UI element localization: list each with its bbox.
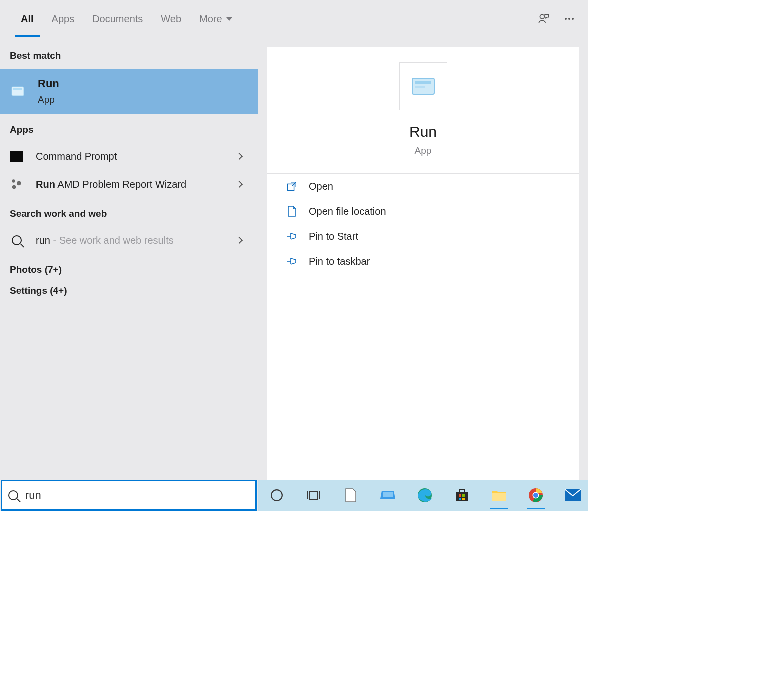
web-term: run xyxy=(36,235,50,246)
pin-icon xyxy=(286,256,298,268)
file-location-icon xyxy=(286,206,298,218)
task-edge[interactable] xyxy=(415,482,435,510)
taskbar xyxy=(258,480,588,511)
search-body: Best match Run App Apps Command Prompt xyxy=(0,38,588,480)
result-amd-wizard[interactable]: Run AMD Problem Report Wizard xyxy=(0,170,258,198)
svg-point-0 xyxy=(540,14,544,19)
detail-subtitle: App xyxy=(415,146,432,156)
best-match-subtitle: App xyxy=(38,94,60,106)
action-pin-to-start[interactable]: Pin to Start xyxy=(267,224,580,249)
search-box[interactable] xyxy=(1,480,257,511)
svg-point-2 xyxy=(568,18,570,20)
result-label-bold: Run xyxy=(36,179,56,190)
result-command-prompt[interactable]: Command Prompt xyxy=(0,142,258,170)
svg-point-8 xyxy=(12,186,16,190)
search-window: All Apps Documents Web More Best match xyxy=(0,0,588,480)
run-icon xyxy=(412,76,436,96)
svg-point-1 xyxy=(565,18,567,20)
svg-rect-25 xyxy=(492,494,506,501)
tabbar-right xyxy=(538,0,576,38)
run-icon xyxy=(10,84,26,100)
svg-rect-24 xyxy=(462,498,465,500)
svg-rect-10 xyxy=(416,82,432,84)
open-icon xyxy=(286,180,298,192)
task-settings-laptop[interactable] xyxy=(378,482,398,510)
svg-rect-22 xyxy=(462,494,465,497)
svg-point-6 xyxy=(12,180,16,183)
amd-icon xyxy=(10,178,24,192)
task-cortana[interactable] xyxy=(267,482,287,510)
result-label: Command Prompt xyxy=(36,151,117,162)
result-web-search[interactable]: run - See work and web results xyxy=(0,226,258,254)
svg-point-3 xyxy=(572,18,574,20)
svg-rect-20 xyxy=(460,490,464,493)
tab-more-label: More xyxy=(200,14,222,25)
tab-documents[interactable]: Documents xyxy=(84,14,152,25)
feedback-icon[interactable] xyxy=(538,12,550,26)
best-match-item[interactable]: Run App xyxy=(0,70,258,114)
ellipsis-icon[interactable] xyxy=(564,13,576,25)
task-mail[interactable] xyxy=(563,482,583,510)
tab-all[interactable]: All xyxy=(12,14,43,25)
results-pane: Best match Run App Apps Command Prompt xyxy=(0,38,258,480)
action-label: Open xyxy=(309,181,334,192)
svg-rect-21 xyxy=(459,494,462,497)
canvas-background xyxy=(0,511,784,680)
search-icon xyxy=(10,234,24,248)
task-taskview[interactable] xyxy=(304,482,324,510)
section-photos[interactable]: Photos (7+) xyxy=(0,254,258,282)
detail-pane: Run App Open Open file location xyxy=(267,48,580,480)
svg-point-7 xyxy=(17,182,22,186)
chevron-right-icon xyxy=(236,181,243,188)
section-settings[interactable]: Settings (4+) xyxy=(0,282,258,304)
search-input[interactable] xyxy=(26,489,250,502)
svg-point-28 xyxy=(534,493,538,498)
canvas-background-right xyxy=(588,0,784,511)
tab-more[interactable]: More xyxy=(190,14,242,25)
action-label: Open file location xyxy=(309,206,386,218)
svg-rect-5 xyxy=(14,88,22,90)
result-label: run - See work and web results xyxy=(36,235,174,246)
section-apps: Apps xyxy=(0,114,258,142)
svg-rect-11 xyxy=(416,86,426,88)
task-microsoft-store[interactable] xyxy=(452,482,472,510)
web-suffix: - See work and web results xyxy=(50,235,174,246)
caret-down-icon xyxy=(226,18,232,21)
best-match-text: Run App xyxy=(38,78,60,106)
tab-web[interactable]: Web xyxy=(152,14,190,25)
filter-tabbar: All Apps Documents Web More xyxy=(0,0,588,38)
detail-title: Run xyxy=(410,124,437,140)
svg-rect-19 xyxy=(456,492,468,502)
task-file-explorer[interactable] xyxy=(489,482,509,510)
detail-icon-box xyxy=(400,62,448,110)
svg-point-13 xyxy=(272,490,282,501)
action-open-file-location[interactable]: Open file location xyxy=(267,199,580,224)
tab-apps[interactable]: Apps xyxy=(43,14,84,25)
best-match-title: Run xyxy=(38,78,60,90)
action-label: Pin to Start xyxy=(309,231,358,242)
chevron-right-icon xyxy=(236,237,243,244)
search-icon xyxy=(8,490,18,500)
action-open[interactable]: Open xyxy=(267,174,580,199)
svg-rect-4 xyxy=(12,87,24,96)
task-libreoffice[interactable] xyxy=(341,482,361,510)
svg-rect-23 xyxy=(459,498,462,500)
detail-pane-wrap: Run App Open Open file location xyxy=(258,38,588,480)
command-prompt-icon xyxy=(10,150,24,164)
section-search-work-web: Search work and web xyxy=(0,198,258,226)
svg-rect-17 xyxy=(383,492,393,498)
result-label-rest: AMD Problem Report Wizard xyxy=(56,179,186,190)
task-chrome[interactable] xyxy=(526,482,546,510)
action-pin-to-taskbar[interactable]: Pin to taskbar xyxy=(267,249,580,274)
chevron-right-icon xyxy=(236,153,243,160)
pin-icon xyxy=(286,230,298,242)
action-label: Pin to taskbar xyxy=(309,256,370,268)
svg-rect-14 xyxy=(310,492,318,500)
section-best-match: Best match xyxy=(0,38,258,70)
detail-header: Run App xyxy=(267,48,580,174)
result-label: Run AMD Problem Report Wizard xyxy=(36,179,186,190)
